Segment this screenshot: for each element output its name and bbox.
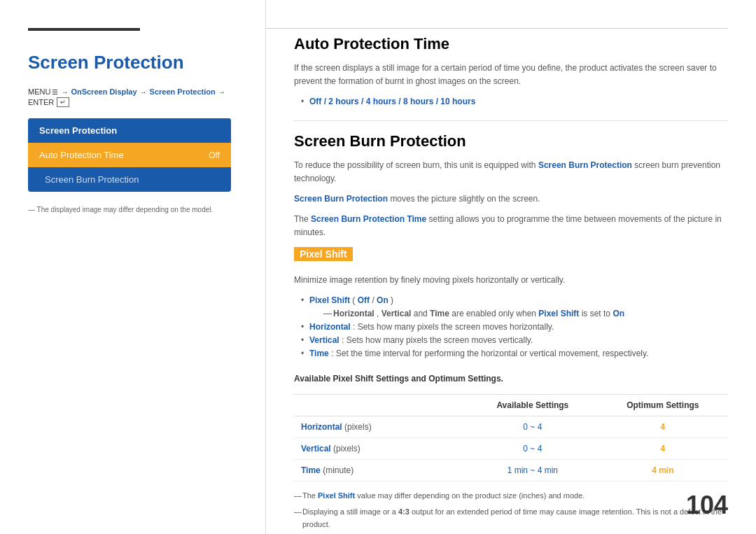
section2-desc2: Screen Burn Protection moves the picture…: [294, 192, 728, 206]
pixel-shift-sub-bullets: Horizontal , Vertical and Time are enabl…: [323, 307, 728, 321]
pixel-shift-title: Pixel Shift: [294, 247, 353, 261]
pixel-shift-bullet1: Pixel Shift ( Off / On ) Horizontal , Ve…: [301, 294, 728, 321]
table-cell-label: Vertical (pixels): [294, 437, 468, 459]
table-col2: Available Settings: [468, 394, 598, 416]
nav-item-label: Screen Burn Protection: [45, 174, 139, 185]
menu-icon: ☰: [52, 88, 58, 96]
horizontal-label: Horizontal: [333, 309, 374, 318]
vertical-cell-unit: (pixels): [333, 444, 360, 454]
sub1-text: ,: [377, 309, 382, 318]
section1-desc: If the screen displays a still image for…: [294, 62, 728, 88]
section1-title: Auto Protection Time: [294, 35, 728, 53]
screen-burn-protection-link1: Screen Burn Protection: [538, 160, 632, 170]
horizontal-cell-unit: (pixels): [344, 422, 372, 432]
arrow-3: →: [218, 88, 225, 96]
right-panel: Auto Protection Time If the screen displ…: [266, 0, 756, 534]
table-row: Time (minute) 1 min ~ 4 min 4 min: [294, 459, 728, 481]
nav-box: Screen Protection Auto Protection Time O…: [28, 118, 231, 192]
menu-label: MENU: [28, 87, 50, 96]
divider-1: [294, 120, 728, 121]
table-cell-available: 0 ~ 4: [468, 437, 598, 459]
top-right-bar: [266, 28, 728, 29]
footer-note-1: The Pixel Shift value may differ dependi…: [294, 490, 728, 503]
pixel-shift-bullet4: Time : Set the time interval for perform…: [301, 347, 728, 360]
table-col3: Optimum Settings: [598, 394, 728, 416]
arrow-2: →: [140, 88, 147, 96]
footer-notes: The Pixel Shift value may differ dependi…: [294, 490, 728, 534]
model-note: The displayed image may differ depending…: [28, 206, 237, 213]
section2-desc2-end: moves the picture slightly on the screen…: [390, 194, 540, 204]
pixel-shift-bullet3: Vertical : Sets how many pixels the scre…: [301, 334, 728, 347]
screen-burn-time-link: Screen Burn Protection Time: [311, 214, 426, 224]
section2-desc1-text: To reduce the possibility of screen burn…: [294, 160, 538, 170]
pixel-shift-paren: ): [391, 295, 393, 305]
nav-item-screen-burn[interactable]: Screen Burn Protection: [28, 167, 231, 192]
horizontal-cell-label: Horizontal: [301, 422, 342, 432]
page-title: Screen Protection: [28, 52, 237, 73]
sub1-text3: are enabled only when: [451, 309, 538, 318]
time-bold: Time: [309, 349, 329, 358]
section2-desc3-text: The: [294, 214, 311, 224]
table-cell-label: Horizontal (pixels): [294, 416, 468, 437]
table-cell-optimum: 4: [598, 437, 728, 459]
horizontal-bold: Horizontal: [309, 322, 351, 332]
table-cell-available: 0 ~ 4: [468, 416, 598, 437]
screen-burn-protection-link2: Screen Burn Protection: [294, 194, 388, 204]
pixel-shift-ref2: Pixel Shift: [318, 491, 355, 500]
table-section-title: Available Pixel Shift Settings and Optim…: [294, 372, 728, 386]
pixel-shift-options: (: [352, 295, 355, 305]
table-cell-available: 1 min ~ 4 min: [468, 459, 598, 481]
table-col1: [294, 394, 468, 416]
section2-desc1: To reduce the possibility of screen burn…: [294, 159, 728, 185]
options-text: Off / 2 hours / 4 hours / 8 hours / 10 h…: [309, 97, 475, 106]
screen-protection-link: Screen Protection: [150, 87, 216, 96]
time-cell-label: Time: [301, 465, 321, 475]
time-label: Time: [430, 309, 449, 318]
pixel-shift-sub1: Horizontal , Vertical and Time are enabl…: [323, 307, 728, 321]
menu-path: MENU ☰ → OnScreen Display → Screen Prote…: [28, 87, 237, 107]
nav-item-auto-protection[interactable]: Auto Protection Time Off: [28, 143, 231, 167]
enter-label: ENTER: [28, 98, 54, 106]
table-cell-optimum: 4 min: [598, 459, 728, 481]
pixel-shift-off: Off: [358, 295, 370, 305]
section2-title: Screen Burn Protection: [294, 132, 728, 150]
section1-options: Off / 2 hours / 4 hours / 8 hours / 10 h…: [301, 95, 728, 108]
pixel-shift-table: Available Settings Optimum Settings Hori…: [294, 394, 728, 482]
pixel-shift-bullet2: Horizontal : Sets how many pixels the sc…: [301, 321, 728, 334]
pixel-shift-bullets: Pixel Shift ( Off / On ) Horizontal , Ve…: [301, 294, 728, 361]
table-cell-label: Time (minute): [294, 459, 468, 481]
section2-desc3: The Screen Burn Protection Time setting …: [294, 213, 728, 239]
bullet3-end: : Sets how many pixels the screen moves …: [342, 335, 533, 345]
nav-item-value: Off: [209, 150, 220, 160]
arrow-1: →: [61, 88, 68, 96]
time-cell-unit: (minute): [323, 465, 354, 475]
section1-options-list: Off / 2 hours / 4 hours / 8 hours / 10 h…: [301, 95, 728, 108]
sub1-text4: is set to: [582, 309, 613, 318]
top-bar-decoration: [28, 28, 140, 31]
nav-item-label: Auto Protection Time: [39, 150, 124, 160]
nav-box-header: Screen Protection: [28, 118, 231, 143]
page-number: 104: [686, 491, 728, 520]
pixel-shift-desc: Minimize image retention by finely movin…: [294, 274, 728, 287]
vertical-cell-label: Vertical: [301, 444, 331, 454]
ratio-ref: 4:3: [398, 507, 410, 516]
sub1-text2: and: [414, 309, 430, 318]
left-panel: Screen Protection MENU ☰ → OnScreen Disp…: [0, 0, 266, 534]
vertical-label: Vertical: [382, 309, 412, 318]
table-cell-optimum: 4: [598, 416, 728, 437]
bullet4-end: : Set the time interval for performing t…: [331, 349, 648, 358]
bullet2-end: : Sets how many pixels the screen moves …: [353, 322, 554, 332]
pixel-shift-link: Pixel Shift: [309, 295, 350, 305]
onscreen-display-link: OnScreen Display: [71, 87, 136, 96]
footer-note-2: Displaying a still image or a 4:3 output…: [294, 506, 728, 531]
on-ref: On: [612, 309, 624, 318]
pixel-shift-on: On: [377, 295, 388, 305]
enter-icon: ↵: [57, 97, 69, 107]
table-row: Vertical (pixels) 0 ~ 4 4: [294, 437, 728, 459]
table-row: Horizontal (pixels) 0 ~ 4 4: [294, 416, 728, 437]
vertical-bold: Vertical: [309, 335, 340, 345]
pixel-shift-ref: Pixel Shift: [538, 309, 579, 318]
